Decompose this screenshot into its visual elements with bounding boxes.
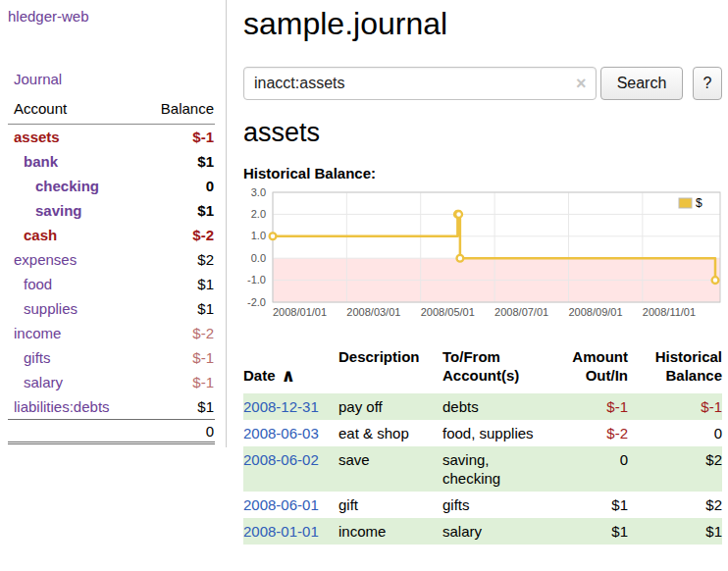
sidebar-account-liabilities-debts[interactable]: liabilities:debts	[14, 398, 110, 415]
transaction-balance: 0	[628, 420, 722, 446]
account-balance: $1	[197, 153, 215, 170]
sidebar-account-assets[interactable]: assets	[14, 129, 60, 145]
account-balance: $-1	[192, 129, 215, 145]
sidebar-account-checking[interactable]: checking	[35, 178, 99, 194]
sidebar-account-supplies[interactable]: supplies	[24, 300, 78, 317]
transaction-balance: $2	[628, 446, 722, 492]
account-balance: $1	[197, 276, 215, 292]
account-row: checking 0	[8, 174, 215, 198]
account-balance: $-2	[192, 325, 215, 341]
transaction-balance: $1	[628, 518, 722, 545]
transaction-accounts: gifts	[442, 492, 547, 518]
transaction-date-link[interactable]: 2008-06-02	[243, 446, 338, 492]
sidebar: hledger-web Journal Account Balance asse…	[0, 0, 227, 447]
app-title-link[interactable]: hledger-web	[8, 8, 89, 25]
transaction-description: gift	[338, 492, 442, 518]
transaction-amount: $-1	[547, 393, 628, 420]
register-header-date[interactable]: Date∧	[243, 347, 338, 393]
account-balance: $-2	[192, 227, 215, 243]
transaction-date-link[interactable]: 2008-06-03	[243, 420, 338, 446]
register-header-date-label: Date	[243, 367, 276, 384]
account-row: expenses $2	[8, 247, 215, 272]
svg-text:3.0: 3.0	[251, 186, 266, 198]
account-balance: $-1	[192, 374, 215, 390]
svg-text:2008/03/01: 2008/03/01	[346, 306, 400, 318]
transaction-balance: $-1	[628, 393, 722, 420]
account-row: cash $-2	[8, 223, 215, 247]
register-row: 2008-06-02 save saving, checking 0 $2	[243, 446, 722, 492]
svg-text:2008/11/01: 2008/11/01	[643, 306, 696, 318]
svg-text:-2.0: -2.0	[247, 296, 266, 308]
sidebar-account-cash[interactable]: cash	[24, 227, 57, 243]
register-header-accounts: To/From Account(s)	[442, 347, 547, 393]
svg-text:2008/05/01: 2008/05/01	[421, 306, 475, 318]
account-balance: 0	[206, 178, 215, 194]
account-row: assets $-1	[8, 125, 215, 149]
register-header-balance: Historical Balance	[628, 347, 722, 393]
transaction-balance: $2	[628, 492, 722, 518]
transaction-amount: $-2	[547, 420, 628, 446]
search-bar: × Search ?	[243, 67, 722, 100]
svg-text:0.0: 0.0	[251, 252, 266, 264]
account-heading: assets	[243, 118, 320, 148]
sidebar-account-gifts[interactable]: gifts	[24, 349, 51, 366]
account-balance: $2	[197, 251, 215, 268]
svg-text:1.0: 1.0	[251, 230, 266, 241]
register-header-description: Description	[338, 347, 442, 393]
sidebar-account-salary[interactable]: salary	[24, 374, 63, 390]
transaction-accounts: food, supplies	[442, 420, 547, 446]
transaction-date-link[interactable]: 2008-06-01	[243, 492, 338, 518]
journal-title: sample.journal	[243, 6, 447, 42]
register-row: 2008-06-01 gift gifts $1 $2	[243, 492, 722, 518]
svg-text:2008/07/01: 2008/07/01	[494, 306, 548, 318]
account-balance: $1	[197, 300, 215, 317]
svg-text:2008/09/01: 2008/09/01	[568, 306, 622, 318]
account-row: supplies $1	[8, 296, 215, 321]
svg-text:2.0: 2.0	[251, 208, 266, 220]
register-row: 2008-01-01 income salary $1 $1	[243, 518, 722, 545]
transaction-accounts: saving, checking	[442, 446, 547, 492]
search-clear-icon[interactable]: ×	[576, 73, 587, 94]
account-row: gifts $-1	[8, 345, 215, 370]
register-row: 2008-12-31 pay off debts $-1 $-1	[243, 393, 722, 420]
sidebar-total-balance: 0	[206, 423, 215, 440]
transaction-amount: $1	[547, 492, 628, 518]
account-row: income $-2	[8, 321, 215, 345]
account-balance: $1	[197, 398, 215, 415]
register-table: Date∧ Description To/From Account(s) Amo…	[243, 347, 722, 545]
register-row: 2008-06-03 eat & shop food, supplies $-2…	[243, 420, 722, 446]
account-row: food $1	[8, 272, 215, 296]
svg-text:$: $	[696, 196, 702, 210]
account-balance: $-1	[192, 349, 215, 366]
sidebar-total-row: 0	[8, 419, 215, 444]
transaction-description: eat & shop	[338, 420, 442, 446]
nav-journal-link[interactable]: Journal	[14, 71, 62, 87]
sidebar-account-saving[interactable]: saving	[35, 202, 82, 219]
transaction-description: pay off	[338, 393, 442, 420]
historical-balance-chart: 3.02.01.00.0-1.0-2.02008/01/012008/03/01…	[243, 186, 722, 328]
transaction-amount: 0	[547, 446, 628, 492]
sidebar-account-income[interactable]: income	[14, 325, 61, 341]
transaction-date-link[interactable]: 2008-12-31	[243, 393, 338, 420]
help-button[interactable]: ?	[693, 67, 722, 100]
search-button[interactable]: Search	[600, 67, 683, 100]
sidebar-account-bank[interactable]: bank	[24, 153, 58, 170]
sidebar-account-expenses[interactable]: expenses	[14, 251, 77, 268]
sidebar-account-food[interactable]: food	[24, 276, 52, 292]
register-header-amount: Amount Out/In	[547, 347, 628, 393]
balance-column-header: Balance	[161, 100, 214, 117]
account-row: saving $1	[8, 198, 215, 223]
transaction-accounts: debts	[442, 393, 547, 420]
transaction-amount: $1	[547, 518, 628, 545]
svg-text:2008/01/01: 2008/01/01	[273, 306, 327, 318]
chart-canvas: 3.02.01.00.0-1.0-2.02008/01/012008/03/01…	[243, 186, 722, 328]
chart-title: Historical Balance:	[243, 165, 376, 182]
accounts-table-header: Account Balance	[8, 98, 215, 125]
register-header-row: Date∧ Description To/From Account(s) Amo…	[243, 347, 722, 393]
transaction-accounts: salary	[442, 518, 547, 545]
transaction-date-link[interactable]: 2008-01-01	[243, 518, 338, 545]
account-row: liabilities:debts $1	[8, 394, 215, 419]
search-input[interactable]	[243, 67, 597, 100]
sort-ascending-icon: ∧	[282, 366, 296, 386]
accounts-table: Account Balance assets $-1 bank $1 check…	[8, 98, 215, 444]
